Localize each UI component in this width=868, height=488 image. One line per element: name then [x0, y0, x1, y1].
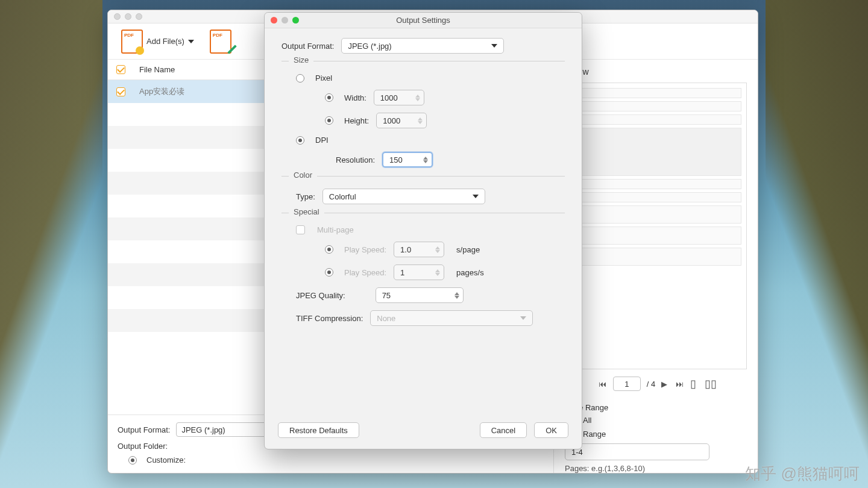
page-total: / 4: [647, 380, 655, 389]
playspeed2-unit: pages/s: [456, 268, 484, 277]
special-legend: Special: [289, 207, 324, 216]
pager: ⏮ / 4 ▶ ⏭ ▯ ▯▯: [565, 369, 747, 398]
color-type-label: Type:: [296, 192, 315, 201]
pixel-radio[interactable]: [296, 74, 304, 83]
page-range-title: Page Range: [565, 403, 747, 412]
next-page-icon[interactable]: ▶: [661, 380, 670, 389]
dpi-radio[interactable]: [296, 136, 304, 145]
select-all-checkbox[interactable]: [116, 65, 125, 74]
size-group: Size Pixel Width: 1000 Height: 1000: [281, 61, 565, 167]
page-input[interactable]: [613, 377, 641, 391]
height-radio[interactable]: [325, 116, 333, 125]
range-all-label: All: [583, 416, 591, 425]
pixel-label: Pixel: [315, 74, 332, 83]
width-stepper: 1000: [374, 90, 424, 105]
width-radio[interactable]: [325, 93, 333, 102]
last-page-icon[interactable]: ⏭: [676, 380, 684, 389]
tiff-compression-label: TIFF Compression:: [296, 314, 363, 323]
output-folder-label: Output Folder:: [118, 442, 168, 451]
special-group: Special Multi-page Play Speed: 1.0 s/pag…: [281, 213, 565, 326]
playspeed2-label: Play Speed:: [344, 268, 386, 277]
facing-pages-icon[interactable]: ▯▯: [705, 377, 713, 390]
ok-button[interactable]: OK: [534, 422, 568, 438]
add-files-label: Add File(s): [146, 37, 184, 46]
playspeed1-stepper: 1.0: [394, 242, 444, 257]
playspeed2-radio: [325, 268, 333, 277]
chevron-down-icon: [473, 195, 479, 198]
playspeed2-stepper: 1: [394, 264, 444, 280]
output-settings-dialog: Output Settings Output Format: JPEG (*.j…: [264, 12, 582, 449]
preview-panel: ...view ⏮ / 4 ▶ ⏭ ▯ ▯▯: [554, 60, 758, 473]
customize-label: Customize:: [146, 455, 186, 465]
restore-defaults-button[interactable]: Restore Defaults: [278, 422, 359, 438]
color-group: Color Type: Colorful: [281, 176, 565, 204]
color-legend: Color: [289, 170, 317, 180]
single-page-icon[interactable]: ▯: [690, 377, 699, 390]
preview-title: ...view: [565, 63, 747, 83]
pdf-add-icon: [121, 30, 143, 54]
preview-thumbnail: [565, 83, 747, 369]
chevron-down-icon: [520, 316, 526, 320]
playspeed1-radio: [325, 245, 333, 254]
multipage-label: Multi-page: [317, 225, 354, 234]
tiff-compression-select: None: [370, 310, 533, 326]
traffic-close-icon[interactable]: [114, 13, 121, 20]
height-stepper: 1000: [376, 113, 427, 128]
customize-radio[interactable]: [128, 456, 137, 465]
output-format-select-main[interactable]: JPEG (*.jpg): [176, 422, 266, 437]
row-checkbox[interactable]: [116, 87, 125, 96]
chevron-down-icon: [491, 44, 497, 48]
jpeg-quality-stepper[interactable]: 75: [376, 287, 464, 303]
traffic-min-icon[interactable]: [125, 13, 131, 20]
dialog-footer: Restore Defaults Cancel OK: [265, 414, 582, 449]
width-label: Width:: [344, 93, 366, 102]
dialog-titlebar: Output Settings: [265, 13, 582, 28]
jpeg-quality-label: JPEG Quality:: [296, 291, 345, 300]
dlg-output-format-label: Output Format:: [281, 42, 334, 51]
multipage-checkbox: [296, 225, 305, 234]
first-page-icon[interactable]: ⏮: [599, 380, 607, 389]
page-range-panel: Page Range All Range 1-4 Pages: e.g.(1,3…: [565, 398, 747, 473]
traffic-max-icon[interactable]: [136, 13, 142, 20]
pdf-edit-icon: [210, 30, 231, 54]
add-files-button[interactable]: Add File(s): [116, 26, 199, 57]
dpi-label: DPI: [315, 136, 329, 145]
toolbar-secondary-button[interactable]: [205, 26, 236, 57]
range-hint: Pages: e.g.(1,3,6,8-10): [565, 464, 747, 473]
cancel-button[interactable]: Cancel: [480, 422, 527, 438]
range-input[interactable]: 1-4: [565, 443, 709, 460]
resolution-label: Resolution:: [336, 155, 375, 164]
output-format-label: Output Format:: [118, 425, 170, 434]
color-type-select[interactable]: Colorful: [322, 189, 485, 204]
height-label: Height:: [344, 116, 369, 125]
chevron-down-icon: [188, 40, 194, 43]
playspeed1-label: Play Speed:: [344, 245, 386, 254]
range-range-label: Range: [583, 430, 606, 439]
playspeed1-unit: s/page: [456, 245, 480, 254]
resolution-stepper[interactable]: 150: [382, 152, 433, 167]
dialog-title: Output Settings: [265, 16, 582, 25]
size-legend: Size: [289, 55, 313, 64]
dlg-output-format-select[interactable]: JPEG (*.jpg): [341, 38, 504, 54]
